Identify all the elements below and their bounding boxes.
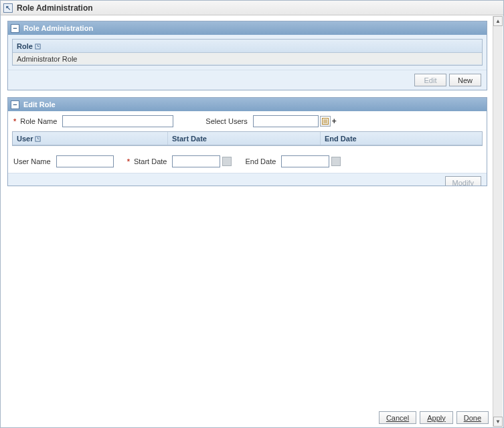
select-users-label: Select Users — [205, 117, 247, 125]
end-date-label: End Date — [245, 157, 276, 165]
edit-role-form-row: * Role Name Select Users + — [8, 111, 487, 131]
scroll-down-icon[interactable]: ▼ — [493, 417, 503, 427]
done-button[interactable]: Done — [456, 411, 489, 424]
user-detail-form: User Name * Start Date End Date — [8, 150, 487, 173]
content-area: − Role Administration Role — [1, 15, 503, 408]
lookup-icon[interactable] — [320, 116, 331, 127]
roles-grid: Role Administrator Role — [12, 39, 483, 66]
collapse-icon[interactable]: − — [11, 100, 19, 109]
role-column-header[interactable]: Role — [13, 40, 482, 52]
titlebar: ↖ Role Administration — [1, 1, 503, 15]
action-bar: Cancel Apply Done — [1, 408, 503, 427]
new-button[interactable]: New — [449, 74, 481, 86]
sort-key-icon — [35, 43, 41, 49]
edit-grid-wrap: User Start Date End Date — [8, 131, 487, 150]
users-grid-header: User Start Date End Date — [13, 132, 482, 145]
roles-panel: − Role Administration Role — [7, 21, 487, 90]
end-date-field: End Date — [245, 155, 341, 167]
end-date-column-header[interactable]: End Date — [321, 132, 482, 145]
sort-key-icon — [35, 135, 41, 141]
scroll-up-icon[interactable]: ▲ — [493, 16, 503, 26]
modify-bar: Modify — [8, 173, 487, 186]
user-name-field: User Name — [13, 155, 114, 167]
cancel-button[interactable]: Cancel — [379, 411, 416, 424]
required-marker: * — [127, 157, 130, 165]
collapse-icon[interactable]: − — [11, 24, 19, 33]
required-marker: * — [13, 117, 16, 125]
apply-button[interactable]: Apply — [420, 411, 453, 424]
roles-panel-title: Role Administration — [23, 24, 93, 32]
calendar-icon[interactable] — [331, 157, 341, 166]
user-column-header[interactable]: User — [13, 132, 168, 145]
roles-grid-body: Administrator Role — [13, 53, 482, 65]
start-date-input[interactable] — [172, 155, 220, 167]
role-name-label: Role Name — [20, 117, 57, 125]
select-users-lookup: + — [253, 115, 337, 127]
user-name-label: User Name — [13, 157, 51, 165]
roles-panel-body: Role Administrator Role — [8, 35, 487, 70]
users-grid: User Start Date End Date — [12, 131, 483, 146]
edit-role-header: − Edit Role — [8, 98, 487, 111]
start-date-label: Start Date — [134, 157, 167, 165]
edit-button[interactable]: Edit — [414, 74, 446, 86]
role-admin-window: ↖ Role Administration − Role Administrat… — [0, 0, 504, 428]
role-name-input[interactable] — [62, 115, 173, 127]
select-users-input[interactable] — [253, 115, 319, 127]
add-user-icon[interactable]: + — [332, 117, 337, 126]
edit-role-panel: − Edit Role * Role Name Select Users + — [7, 97, 487, 186]
role-cell: Administrator Role — [13, 55, 81, 63]
window-title: Role Administration — [17, 3, 93, 13]
roles-panel-header: − Role Administration — [8, 21, 487, 35]
start-date-field: * Start Date — [127, 155, 232, 167]
edit-role-title: Edit Role — [23, 100, 56, 109]
end-date-input[interactable] — [281, 155, 329, 167]
app-icon: ↖ — [3, 3, 13, 13]
modify-button[interactable]: Modify — [445, 176, 481, 186]
vertical-scrollbar[interactable]: ▲ ▼ — [493, 16, 503, 427]
start-date-column-header[interactable]: Start Date — [168, 132, 321, 145]
user-name-input[interactable] — [56, 155, 114, 167]
roles-panel-footer: Edit New — [8, 70, 487, 90]
calendar-icon[interactable] — [222, 157, 232, 166]
table-row[interactable]: Administrator Role — [13, 53, 482, 65]
roles-grid-header: Role — [13, 40, 482, 53]
